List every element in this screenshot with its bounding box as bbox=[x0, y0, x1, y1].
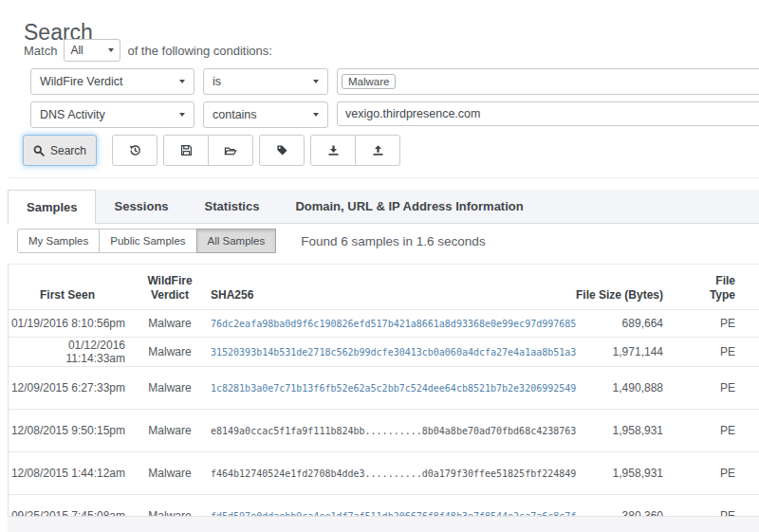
cell-sha256[interactable]: 76dc2eafa98ba0d9f6c190826efd517b421a8661… bbox=[211, 319, 576, 329]
cell-file-type: PE bbox=[675, 410, 759, 452]
match-select[interactable]: All bbox=[64, 39, 120, 62]
result-summary: Found 6 samples in 1.6 seconds bbox=[301, 234, 485, 248]
download-icon bbox=[327, 144, 340, 156]
tab-sessions[interactable]: Sessions bbox=[96, 190, 186, 223]
match-select-value: All bbox=[70, 44, 83, 57]
condition-operator-select[interactable]: contains bbox=[203, 101, 328, 128]
conditions-list: WildFire Verdict is Malware DNS Activity… bbox=[30, 68, 759, 128]
cell-sha256: e8149a0ccac5f1fa9f111b824bb..........8b0… bbox=[211, 426, 576, 436]
condition-row-1: WildFire Verdict is Malware bbox=[30, 68, 759, 95]
column-header-first-seen: First Seen bbox=[9, 265, 137, 310]
scope-my-samples-button[interactable]: My Samples bbox=[17, 229, 100, 253]
cell-verdict: Malware bbox=[137, 452, 203, 495]
value-tag-chip[interactable]: Malware bbox=[342, 74, 396, 89]
condition-field-value: DNS Activity bbox=[40, 108, 105, 121]
tab-statistics[interactable]: Statistics bbox=[187, 190, 278, 223]
table-row[interactable]: 12/08/2015 1:44:12am Malware f464b127405… bbox=[9, 452, 759, 495]
results-tabs: Samples Sessions Statistics Domain, URL … bbox=[8, 190, 759, 224]
table-row[interactable]: 12/08/2015 9:50:15pm Malware e8149a0ccac… bbox=[9, 410, 759, 452]
save-icon bbox=[180, 144, 193, 156]
cell-file-type: PE bbox=[675, 338, 759, 367]
export-download-button[interactable] bbox=[310, 135, 356, 166]
cell-first-seen: 12/08/2015 9:50:15pm bbox=[9, 410, 137, 452]
condition-row-2: DNS Activity contains bbox=[30, 101, 759, 128]
cell-sha256: f464b12740524e1fd2708b4dde3..........d0a… bbox=[211, 468, 576, 479]
match-label: Match bbox=[24, 44, 57, 58]
search-history-button[interactable] bbox=[112, 135, 157, 166]
scope-all-samples-button[interactable]: All Samples bbox=[196, 229, 277, 253]
condition-value-input[interactable] bbox=[337, 101, 759, 126]
chevron-down-icon bbox=[179, 113, 185, 117]
search-button-label: Search bbox=[50, 144, 86, 157]
sample-scope-row: My Samples Public Samples All Samples Fo… bbox=[17, 229, 486, 253]
chevron-down-icon bbox=[108, 48, 114, 52]
import-upload-button[interactable] bbox=[355, 135, 400, 166]
cell-sha256[interactable]: 1c8281b3a0e7c71b13f6fb52e62a5c2bb7c524de… bbox=[211, 383, 576, 394]
search-toolbar: Search bbox=[23, 135, 400, 166]
chevron-down-icon bbox=[179, 80, 185, 83]
results-table: First Seen WildFire Verdict SHA256 File … bbox=[8, 264, 759, 532]
section-divider bbox=[8, 177, 759, 178]
scope-public-samples-button[interactable]: Public Samples bbox=[99, 229, 196, 253]
cell-first-seen: 01/19/2016 8:10:56pm bbox=[9, 310, 137, 338]
save-search-button[interactable] bbox=[163, 135, 209, 166]
cell-first-seen: 01/12/2016 11:14:33am bbox=[9, 338, 137, 367]
match-condition-row: Match All of the following conditions: bbox=[24, 39, 272, 62]
results-tbody: 01/19/2016 8:10:56pm Malware 76dc2eafa98… bbox=[9, 310, 759, 532]
tag-button[interactable] bbox=[259, 135, 305, 166]
search-button[interactable]: Search bbox=[23, 135, 97, 166]
cell-file-type: PE bbox=[675, 310, 759, 338]
search-icon bbox=[33, 145, 45, 156]
open-search-button[interactable] bbox=[208, 135, 253, 166]
condition-operator-select[interactable]: is bbox=[203, 68, 328, 95]
table-row[interactable]: 01/19/2016 8:10:56pm Malware 76dc2eafa98… bbox=[9, 310, 759, 338]
column-header-file-size: File Size (Bytes) bbox=[532, 265, 675, 310]
cell-first-seen: 12/08/2015 1:44:12am bbox=[9, 452, 137, 495]
cell-verdict: Malware bbox=[137, 310, 203, 338]
cell-verdict: Malware bbox=[137, 410, 203, 452]
tag-icon bbox=[276, 144, 288, 156]
cell-file-type: PE bbox=[675, 452, 759, 495]
column-header-wildfire-verdict: WildFire Verdict bbox=[137, 265, 203, 310]
condition-operator-value: contains bbox=[213, 108, 257, 121]
cell-sha256[interactable]: 31520393b14b531de2718c562b99dcfe30413cb0… bbox=[211, 347, 576, 358]
cell-verdict: Malware bbox=[137, 338, 203, 367]
chevron-down-icon bbox=[313, 113, 319, 117]
condition-operator-value: is bbox=[213, 75, 221, 88]
chevron-down-icon bbox=[313, 80, 319, 83]
match-label-suffix: of the following conditions: bbox=[127, 44, 271, 58]
cell-file-type: PE bbox=[675, 367, 759, 410]
column-header-sha256: SHA256 bbox=[203, 265, 532, 310]
condition-field-value: WildFire Verdict bbox=[40, 75, 123, 88]
tab-domain-url-ip[interactable]: Domain, URL & IP Address Information bbox=[277, 190, 541, 223]
table-footer-strip bbox=[8, 516, 759, 532]
cell-first-seen: 12/09/2015 6:27:33pm bbox=[9, 367, 137, 410]
table-row[interactable]: 12/09/2015 6:27:33pm Malware 1c8281b3a0e… bbox=[9, 367, 759, 410]
cell-verdict: Malware bbox=[137, 367, 203, 410]
condition-field-select[interactable]: DNS Activity bbox=[30, 101, 194, 128]
history-icon bbox=[129, 144, 141, 156]
table-row[interactable]: 01/12/2016 11:14:33am Malware 31520393b1… bbox=[9, 338, 759, 367]
open-folder-icon bbox=[224, 144, 237, 156]
column-header-file-type: File Type bbox=[675, 265, 759, 310]
condition-value-input[interactable]: Malware bbox=[337, 68, 759, 95]
tab-samples[interactable]: Samples bbox=[8, 190, 96, 224]
upload-icon bbox=[372, 144, 384, 156]
condition-field-select[interactable]: WildFire Verdict bbox=[30, 68, 194, 95]
table-header-row: First Seen WildFire Verdict SHA256 File … bbox=[9, 265, 759, 310]
